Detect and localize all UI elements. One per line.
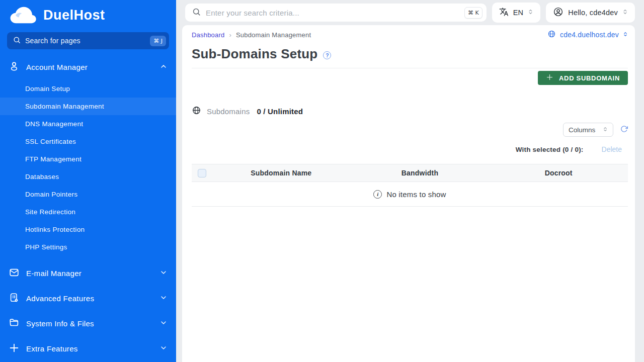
column-header-docroot[interactable]: Docroot bbox=[489, 169, 628, 177]
card-head-row: Dashboard › Subdomain Management cde4.du… bbox=[192, 30, 628, 39]
sidebar: DuelHost ⌘ J Account Manager Domain Setu bbox=[0, 0, 176, 362]
sidebar-section-account-manager[interactable]: Account Manager bbox=[0, 56, 176, 77]
sidebar-item-domain-setup[interactable]: Domain Setup bbox=[0, 80, 176, 98]
main-area: ⌘ K EN Hello, cde4dev bbox=[176, 0, 644, 362]
domain-selector-label: cde4.duelhost.dev bbox=[560, 31, 619, 39]
help-icon[interactable]: ? bbox=[323, 51, 331, 59]
sidebar-section-extra-features[interactable]: Extra Features bbox=[0, 336, 176, 361]
sidebar-item-dns-management[interactable]: DNS Management bbox=[0, 115, 176, 133]
empty-state-row: i No items to show bbox=[192, 182, 628, 207]
sidebar-item-databases[interactable]: Databases bbox=[0, 168, 176, 186]
globe-icon bbox=[192, 106, 201, 117]
add-subdomain-button[interactable]: ADD SUBDOMAIN bbox=[538, 71, 628, 85]
domain-selector[interactable]: cde4.duelhost.dev bbox=[547, 30, 628, 40]
sidebar-item-domain-pointers[interactable]: Domain Pointers bbox=[0, 186, 176, 203]
sidebar-item-subdomain-management[interactable]: Subdomain Management bbox=[0, 98, 176, 115]
with-selected-label: With selected (0 / 0): bbox=[516, 146, 584, 153]
user-greeting: Hello, cde4dev bbox=[568, 9, 618, 17]
refresh-button[interactable] bbox=[620, 125, 628, 134]
sidebar-item-hotlinks-protection[interactable]: Hotlinks Protection bbox=[0, 221, 176, 238]
chevron-up-icon bbox=[159, 62, 168, 72]
usage-label: Subdomains bbox=[207, 107, 250, 116]
user-menu[interactable]: Hello, cde4dev bbox=[546, 3, 635, 23]
brand-name: DuelHost bbox=[43, 8, 105, 23]
usage-row: Subdomains 0 / Unlimited bbox=[192, 106, 628, 116]
language-label: EN bbox=[513, 9, 524, 17]
chevron-down-icon bbox=[159, 344, 168, 353]
file-gear-icon bbox=[9, 292, 20, 305]
breadcrumb-separator: › bbox=[229, 31, 231, 39]
plus-icon bbox=[9, 342, 20, 355]
empty-state-message: No items to show bbox=[386, 190, 446, 199]
columns-select-label: Columns bbox=[569, 126, 595, 134]
sort-chevrons-icon bbox=[528, 8, 533, 17]
translate-icon bbox=[499, 7, 509, 18]
sort-chevrons-icon bbox=[603, 126, 608, 134]
sidebar-item-php-settings[interactable]: PHP Settings bbox=[0, 238, 176, 256]
account-manager-submenu: Domain Setup Subdomain Management DNS Ma… bbox=[0, 80, 176, 256]
table-header-row: Subdomain Name Bandwidth Docroot bbox=[192, 164, 628, 182]
global-search-input[interactable] bbox=[206, 9, 460, 17]
chevron-down-icon bbox=[159, 294, 168, 303]
sidebar-collapsed-sections: E-mail Manager Advanced Features bbox=[0, 260, 176, 361]
folder-icon bbox=[9, 317, 20, 330]
delete-selected-button[interactable]: Delete bbox=[602, 145, 622, 153]
mail-icon bbox=[9, 267, 20, 280]
app-root: DuelHost ⌘ J Account Manager Domain Setu bbox=[0, 0, 644, 362]
sidebar-section-label: Account Manager bbox=[26, 63, 88, 71]
usage-value: 0 / Unlimited bbox=[257, 107, 303, 116]
sidebar-section-label: Extra Features bbox=[26, 344, 78, 353]
user-circle-icon bbox=[553, 7, 564, 19]
sort-chevrons-icon bbox=[623, 31, 628, 39]
topbar: ⌘ K EN Hello, cde4dev bbox=[182, 0, 635, 25]
sidebar-search-shortcut: ⌘ J bbox=[150, 36, 166, 46]
globe-icon bbox=[547, 30, 556, 40]
with-selected-row: With selected (0 / 0): Delete bbox=[192, 145, 628, 154]
sidebar-section-system-info-files[interactable]: System Info & Files bbox=[0, 311, 176, 336]
sidebar-section-email-manager[interactable]: E-mail Manager bbox=[0, 260, 176, 286]
breadcrumb-current: Subdomain Management bbox=[236, 31, 311, 39]
sidebar-item-ftp-management[interactable]: FTP Management bbox=[0, 150, 176, 168]
sidebar-section-label: Advanced Features bbox=[26, 294, 94, 303]
brand-logo[interactable]: DuelHost bbox=[0, 0, 176, 29]
language-selector[interactable]: EN bbox=[492, 3, 541, 23]
chevron-down-icon bbox=[159, 319, 168, 328]
sidebar-nav: Account Manager Domain Setup Subdomain M… bbox=[0, 56, 176, 361]
info-icon: i bbox=[373, 190, 382, 199]
page-title: Sub-Domains Setup bbox=[192, 46, 317, 62]
subdomains-table: Subdomain Name Bandwidth Docroot i No it… bbox=[192, 164, 628, 207]
column-header-subdomain-name[interactable]: Subdomain Name bbox=[212, 169, 351, 177]
global-search-shortcut: ⌘ K bbox=[464, 7, 482, 19]
sidebar-item-site-redirection[interactable]: Site Redirection bbox=[0, 203, 176, 221]
sort-chevrons-icon bbox=[622, 8, 628, 17]
sidebar-section-label: System Info & Files bbox=[26, 319, 94, 328]
select-all-checkbox[interactable] bbox=[198, 169, 206, 177]
refresh-icon bbox=[620, 125, 628, 134]
columns-select[interactable]: Columns bbox=[563, 123, 613, 137]
cloud-logo-icon bbox=[8, 5, 37, 25]
add-subdomain-label: ADD SUBDOMAIN bbox=[559, 74, 620, 82]
table-toolbar: Columns bbox=[192, 123, 628, 137]
breadcrumb-dashboard-link[interactable]: Dashboard bbox=[192, 31, 224, 39]
search-icon bbox=[192, 7, 201, 19]
global-search[interactable]: ⌘ K bbox=[185, 4, 487, 22]
title-divider bbox=[192, 68, 628, 68]
sidebar-section-label: E-mail Manager bbox=[26, 269, 82, 278]
breadcrumb: Dashboard › Subdomain Management bbox=[192, 31, 311, 39]
sidebar-search[interactable]: ⌘ J bbox=[7, 32, 169, 49]
plus-icon bbox=[546, 73, 553, 82]
sidebar-item-ssl-certificates[interactable]: SSL Certificates bbox=[0, 133, 176, 150]
chevron-down-icon bbox=[159, 268, 168, 278]
select-all-cell bbox=[192, 169, 212, 177]
search-icon bbox=[13, 36, 21, 46]
sidebar-section-advanced-features[interactable]: Advanced Features bbox=[0, 286, 176, 311]
column-header-bandwidth[interactable]: Bandwidth bbox=[351, 169, 490, 177]
content-card: Dashboard › Subdomain Management cde4.du… bbox=[182, 25, 635, 362]
user-icon bbox=[9, 61, 20, 73]
actions-row: ADD SUBDOMAIN bbox=[192, 71, 628, 85]
sidebar-search-input[interactable] bbox=[25, 37, 146, 45]
title-row: Sub-Domains Setup ? bbox=[192, 46, 628, 62]
